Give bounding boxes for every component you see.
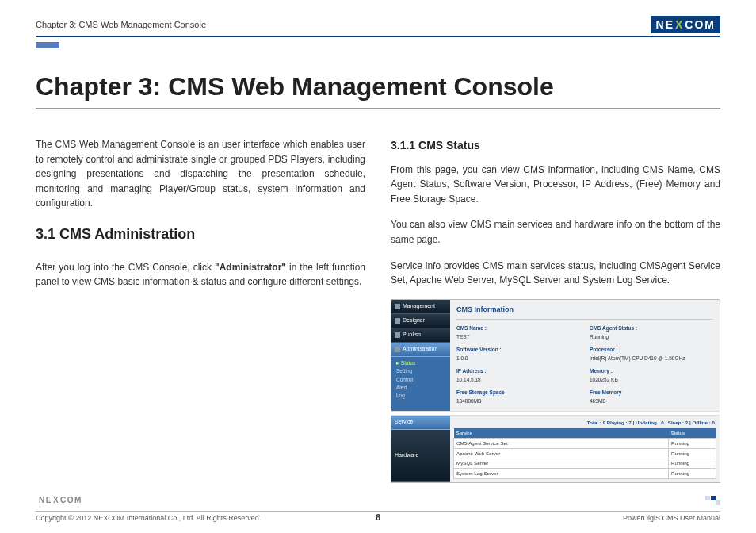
- table-row: CMS Agent Service SetRunning: [454, 439, 716, 449]
- administrator-bold: "Administrator": [215, 262, 286, 273]
- section-3-1-heading: 3.1 CMS Administration: [36, 224, 365, 246]
- sidebar-item-administration[interactable]: Administration: [391, 343, 450, 357]
- status-summary: Total : 9 Playing : 7 | Updating : 0 | S…: [453, 417, 716, 429]
- admin-paragraph: After you log into the CMS Console, clic…: [36, 260, 365, 290]
- page-header: Chapter 3: CMS Web Management Console NE…: [36, 16, 720, 37]
- footer-deco-icon: [705, 496, 720, 505]
- th-status: Status: [669, 428, 716, 438]
- cms-info-grid: CMS Name :TEST CMS Agent Status :Running…: [456, 324, 713, 406]
- table-row: Apache Web ServerRunning: [454, 448, 716, 458]
- intro-paragraph: The CMS Web Management Console is an use…: [36, 137, 365, 211]
- footer-logo: NEXCOM: [36, 494, 86, 506]
- management-icon: [395, 304, 400, 309]
- screenshot-body: CMS Information CMS Name :TEST CMS Agent…: [450, 300, 720, 411]
- breadcrumb: Chapter 3: CMS Web Management Console: [36, 20, 206, 29]
- submenu-setting[interactable]: Setting: [396, 367, 445, 375]
- status-p1: From this page, you can view CMS informa…: [391, 163, 720, 207]
- logo-x: X: [675, 18, 684, 31]
- sidebar-item-designer[interactable]: Designer: [391, 314, 450, 328]
- submenu-status[interactable]: ▸ Status: [396, 359, 445, 367]
- manual-name: PowerDigiS CMS User Manual: [623, 514, 720, 522]
- left-column: The CMS Web Management Console is an use…: [36, 137, 365, 483]
- submenu-log[interactable]: Log: [396, 392, 445, 400]
- submenu-control[interactable]: Control: [396, 376, 445, 384]
- screenshot-sidebar: Management Designer Publish Administrati…: [391, 300, 450, 411]
- copyright: Copyright © 2012 NEXCOM International Co…: [36, 514, 261, 522]
- chapter-title: Chapter 3: CMS Web Management Console: [36, 72, 720, 102]
- side2-hardware[interactable]: Hardware: [391, 430, 450, 482]
- sidebar-submenu: ▸ Status Setting Control Alert Log: [391, 357, 450, 411]
- status-p3: Service info provides CMS main services …: [391, 259, 720, 288]
- table-row: MySQL ServerRunning: [454, 458, 716, 469]
- table-row: System Log ServerRunning: [454, 468, 716, 478]
- status-p2: You can also view CMS main services and …: [391, 217, 720, 247]
- sidebar-item-management[interactable]: Management: [391, 300, 450, 314]
- title-rule: [36, 108, 720, 109]
- th-service: Service: [454, 428, 669, 438]
- screenshot-sidebar2: Service Hardware: [391, 416, 450, 482]
- page-number: 6: [376, 512, 380, 522]
- submenu-alert[interactable]: Alert: [396, 384, 445, 392]
- sidebar-item-publish[interactable]: Publish: [391, 328, 450, 343]
- nexcom-logo: NEXCOM: [651, 16, 720, 33]
- logo-pre: NE: [656, 18, 674, 31]
- right-column: 3.1.1 CMS Status From this page, you can…: [391, 137, 720, 483]
- cms-screenshot: Management Designer Publish Administrati…: [391, 299, 720, 483]
- side2-service[interactable]: Service: [391, 416, 450, 430]
- cms-info-title: CMS Information: [456, 303, 713, 320]
- administration-icon: [395, 347, 400, 352]
- designer-icon: [395, 318, 400, 324]
- service-table: Service Status CMS Agent Service SetRunn…: [453, 428, 716, 478]
- publish-icon: [395, 332, 400, 338]
- logo-post: COM: [685, 18, 716, 31]
- section-3-1-1-heading: 3.1.1 CMS Status: [391, 137, 720, 155]
- accent-bar: [36, 42, 59, 48]
